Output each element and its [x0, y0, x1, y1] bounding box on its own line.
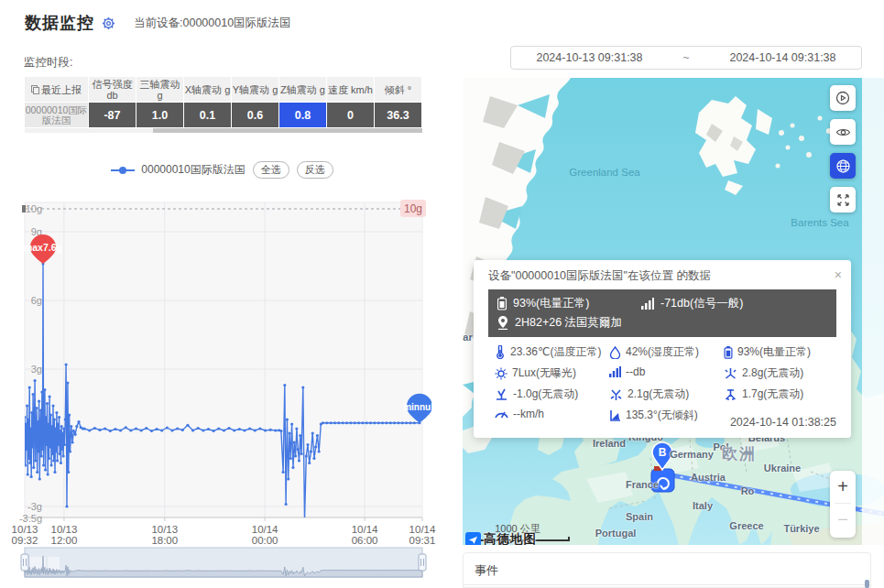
invert-select-button[interactable]: 反选	[297, 161, 333, 179]
svg-text:3g: 3g	[31, 364, 42, 375]
metric-signal: --db	[609, 365, 645, 378]
metric-text: --km/h	[513, 408, 544, 420]
metric-text: 1.7g(无震动)	[742, 387, 803, 402]
svg-text:10g: 10g	[26, 203, 42, 214]
date-range-picker[interactable]: 2024-10-13 09:31:38 ~ 2024-10-14 09:31:3…	[510, 46, 862, 70]
table-header-7[interactable]: 倾斜 °	[375, 77, 422, 103]
current-device-label: 当前设备:00000010国际版法国	[134, 16, 291, 31]
table-header-2[interactable]: 三轴震动 g	[136, 77, 184, 103]
table-cell-1[interactable]: -87	[89, 103, 136, 128]
popup-timestamp: 2024-10-14 01:38:25	[730, 416, 836, 429]
svg-text:6g: 6g	[31, 295, 42, 306]
table-header-1[interactable]: 信号强度 db	[89, 77, 136, 103]
vibration-line-chart[interactable]: 10/1309:3210/1312:0010/1318:0010/1400:00…	[0, 192, 463, 588]
svg-text:10/14: 10/14	[352, 524, 378, 535]
table-header-6[interactable]: 速度 km/h	[327, 77, 375, 103]
table-scrollbar-thumb[interactable]	[153, 128, 422, 133]
metric-humidity: 42%(湿度正常)	[609, 344, 699, 360]
svg-text:-3g: -3g	[27, 501, 42, 512]
device-info-popup: 设备"00000010国际版法国"在该位置 的数据 × 93%(电量正常) -7…	[474, 260, 851, 438]
svg-text:B: B	[659, 446, 667, 459]
metric-text: -1.0g(无震动)	[513, 387, 578, 402]
map-land-label: Ukraine	[764, 463, 801, 474]
table-cell-4[interactable]: 0.6	[232, 103, 279, 128]
map-land-label: Greece	[729, 520, 763, 531]
location-icon	[497, 316, 508, 330]
layers-globe-button[interactable]	[830, 153, 856, 179]
amap-logo: 高德地图	[465, 531, 537, 545]
eye-icon	[835, 125, 851, 140]
monitor-period-label: 监控时段:	[24, 55, 72, 71]
metric-text: --db	[626, 365, 645, 378]
data-monitor-page: 数据监控 当前设备:00000010国际版法国 监控时段: 最近上报信号强度 d…	[0, 0, 884, 588]
settings-gear-icon[interactable]	[102, 16, 115, 30]
metric-text: 23.36℃(温度正常)	[510, 344, 602, 360]
metric-speed: --km/h	[495, 408, 544, 420]
svg-text:10/13: 10/13	[151, 524, 178, 535]
map-land-label: Spain	[626, 511, 653, 522]
metric-tilt: 135.3°(无倾斜)	[609, 408, 698, 423]
zoom-in-button[interactable]: +	[830, 471, 856, 503]
map-land-label: France	[626, 479, 659, 490]
metric-light: 7Lux(无曝光)	[495, 365, 576, 381]
playback-button[interactable]	[830, 85, 856, 111]
table-header-4[interactable]: Y轴震动 g	[232, 77, 279, 103]
metric-text: 93%(电量正常)	[737, 344, 811, 360]
map-sea-label: Greenland Sea	[569, 167, 639, 178]
table-cell-2[interactable]: 1.0	[136, 103, 184, 128]
map-land-label: Germany	[670, 449, 714, 460]
select-all-button[interactable]: 全选	[253, 161, 289, 179]
svg-text:max7.6g: max7.6g	[24, 242, 62, 253]
map-zoom-control[interactable]: + −	[830, 471, 856, 538]
map-land-label: Austria	[691, 472, 726, 483]
range-end-input[interactable]: 2024-10-14 09:31:38	[704, 51, 861, 64]
svg-text:10g: 10g	[404, 202, 422, 215]
table-header-5[interactable]: Z轴震动 g	[279, 77, 327, 103]
metric-battery: 93%(电量正常)	[724, 344, 811, 360]
svg-text:10/14: 10/14	[409, 524, 436, 535]
table-header-3[interactable]: X轴震动 g	[184, 77, 232, 103]
range-start-input[interactable]: 2024-10-13 09:31:38	[511, 51, 668, 64]
amap-map[interactable]: B Greenland SeaBarents SealarIrelandKing…	[463, 78, 884, 545]
fullscreen-button[interactable]	[830, 187, 856, 212]
table-scrollbar[interactable]	[25, 128, 422, 133]
map-land-label: Portugal	[595, 528, 637, 539]
latest-report-table: 最近上报信号强度 db三轴震动 gX轴震动 gY轴震动 gZ轴震动 g速度 km…	[25, 77, 422, 128]
map-land-label: lar	[463, 332, 473, 343]
events-title: 事件	[464, 553, 870, 579]
svg-text:10/13: 10/13	[51, 524, 78, 535]
table-header-0[interactable]: 最近上报	[25, 77, 89, 103]
page-title: 数据监控	[25, 12, 94, 34]
events-panel: 事件	[463, 552, 871, 588]
svg-text:09:31: 09:31	[409, 535, 436, 546]
table-cell-7[interactable]: 36.3	[375, 103, 422, 128]
visibility-button[interactable]	[830, 119, 856, 145]
globe-icon	[835, 158, 851, 174]
metric-thermometer: 23.36℃(温度正常)	[495, 344, 602, 360]
metric-text: 42%(湿度正常)	[626, 344, 699, 360]
legend-series-name[interactable]: 00000010国际版法国	[141, 162, 245, 178]
page-scrollbar-thumb[interactable]	[865, 580, 869, 588]
svg-text:10/14: 10/14	[252, 524, 278, 535]
svg-text:minnull: minnull	[403, 402, 436, 412]
metric-text: 135.3°(无倾斜)	[626, 408, 698, 423]
svg-text:09:32: 09:32	[12, 535, 38, 546]
popup-status-banner: 93%(电量正常) -71db(信号一般) 2H82+26 法国莫爾加	[488, 289, 836, 337]
amap-logo-icon	[465, 532, 481, 546]
svg-text:00:00: 00:00	[252, 535, 278, 546]
svg-text:-3.5g: -3.5g	[19, 513, 42, 524]
metric-vibx: -1.0g(无震动)	[495, 387, 578, 402]
popup-close-icon[interactable]: ×	[835, 267, 842, 282]
table-cell-6[interactable]: 0	[327, 103, 375, 128]
popup-metrics-grid: 23.36℃(温度正常)42%(湿度正常)93%(电量正常)7Lux(无曝光)-…	[474, 337, 851, 425]
table-cell-5[interactable]: 0.8	[279, 103, 327, 128]
metric-text: 2.1g(无震动)	[628, 387, 689, 402]
table-cell-3[interactable]: 0.1	[184, 103, 232, 128]
legend-line-icon[interactable]	[111, 169, 135, 171]
map-sea-label: Barents Sea	[791, 217, 848, 228]
signal-icon	[641, 298, 654, 310]
metric-text: 2.8g(无震动)	[742, 365, 803, 381]
svg-text:18:00: 18:00	[151, 535, 178, 546]
table-cell-0[interactable]: 00000010国际版法国	[25, 103, 89, 128]
zoom-out-button[interactable]: −	[830, 504, 856, 535]
